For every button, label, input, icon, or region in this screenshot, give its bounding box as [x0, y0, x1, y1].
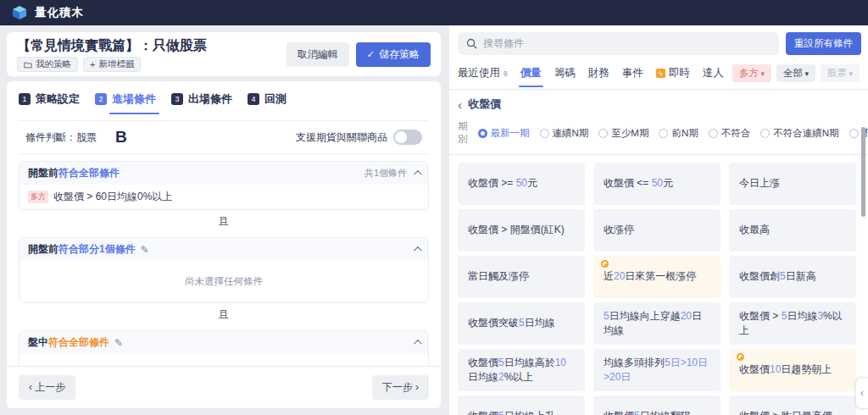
period-option[interactable]: 不符合連續N期 [760, 127, 838, 140]
condition-card-label: 收盤價 > 開盤價(紅K) [468, 223, 565, 237]
edit-pencil-icon[interactable]: ✎ [141, 244, 149, 256]
condition-chip[interactable]: 多方 收盤價 > 60日均線0%以上 [28, 190, 420, 204]
my-strategy-tag[interactable]: 我的策略 [17, 57, 78, 72]
category-tab[interactable]: 達人 [703, 66, 724, 87]
condition-card-grid: 收盤價 >= 50元 收盤價 <= 50元 今日上漲 收盤價 > 開盤價(紅K)… [449, 155, 868, 415]
step-tab[interactable]: 2 進場條件 [95, 91, 156, 107]
collapse-caret-icon[interactable] [414, 170, 422, 179]
category-tab[interactable]: 財務 [588, 66, 609, 87]
condition-card[interactable]: 收盤價5日均線上升 [458, 396, 585, 415]
scrollbar[interactable] [861, 127, 865, 217]
radio-icon [709, 129, 718, 138]
category-tab[interactable]: 事件 [622, 66, 643, 87]
bolt-icon [656, 69, 665, 78]
condition-card[interactable]: 近20日來第一根漲停 [593, 256, 721, 298]
match-mode-link[interactable]: 符合全部條件 [58, 166, 120, 180]
condition-card[interactable]: 收盤價創5日新高 [729, 256, 856, 298]
condition-card[interactable]: 收盤價5日均線高於10日均線2%以上 [458, 349, 585, 391]
back-chevron-icon[interactable]: ‹ [458, 97, 462, 112]
collapse-panel-handle[interactable] [855, 377, 868, 409]
stray-cursor-text: B [115, 128, 127, 147]
and-separator: 且 [19, 210, 429, 230]
period-option[interactable]: 前N期 [659, 127, 698, 140]
filter-dropdown[interactable]: 多方 [732, 64, 771, 82]
condition-card[interactable]: 收最高 [729, 209, 856, 252]
condition-card[interactable]: 收盤價 <= 50元 [593, 163, 721, 205]
step-tab[interactable]: 1 策略設定 [19, 91, 80, 107]
step-number-badge: 2 [95, 93, 107, 105]
radio-icon [598, 129, 608, 138]
period-option[interactable]: 不符合 [709, 127, 751, 140]
tab-label: 達人 [703, 66, 724, 80]
condition-card-label: 5日均線向上穿越20日均線 [604, 309, 710, 339]
condition-card[interactable]: 收盤價5日均線翻陽 [593, 396, 721, 415]
section-header: 開盤前 符合全部條件 共1個條件 [19, 162, 428, 185]
condition-card[interactable]: 當日觸及漲停 [458, 256, 585, 298]
prev-step-button[interactable]: 上一步 [19, 375, 75, 400]
tab-label: 財務 [588, 66, 609, 80]
category-tabs: 最近使用 8 價量 籌碼 財務 [458, 66, 724, 87]
folder-icon [24, 61, 32, 69]
condition-card-label: 收漲停 [604, 223, 634, 237]
step-label: 策略設定 [36, 91, 80, 107]
futures-toggle[interactable] [393, 130, 422, 145]
condition-card[interactable]: 收盤價 > 昨日最高價 [729, 396, 856, 415]
step-number-badge: 1 [19, 93, 31, 105]
period-option[interactable]: 最新一期 [478, 127, 530, 140]
app-title: 量化積木 [35, 5, 84, 20]
section-prefix: 開盤前 [28, 166, 58, 180]
category-title[interactable]: 收盤價 [468, 97, 501, 112]
long-side-badge: 多方 [28, 191, 48, 203]
tag-label: 新增標籤 [98, 58, 134, 70]
step-tab[interactable]: 4 回測 [248, 91, 287, 107]
condition-card[interactable]: 今日上漲 [729, 163, 856, 205]
collapse-caret-icon[interactable] [414, 246, 422, 255]
cancel-edit-button[interactable]: 取消編輯 [287, 42, 349, 67]
condition-card[interactable]: 5日均線向上穿越20日均線 [593, 302, 721, 345]
match-mode-link[interactable]: 符合全部條件 [48, 335, 109, 350]
step-number-badge: 3 [171, 93, 183, 105]
step-tab[interactable]: 3 出場條件 [171, 91, 232, 107]
condition-card[interactable]: 收盤價10日趨勢朝上 [729, 349, 856, 391]
edit-pencil-icon[interactable]: ✎ [114, 337, 123, 349]
empty-state-text: 尚未選擇任何條件 [19, 261, 428, 302]
condition-card-label: 收盤價5日均線翻陽 [604, 409, 691, 415]
condition-card[interactable]: 收盤價 > 開盤價(紅K) [458, 209, 585, 252]
search-placeholder: 搜尋條件 [483, 36, 524, 51]
filter-dropdown[interactable]: 股票 [821, 64, 860, 82]
strategy-title: 【常見情境實戰篇】：只做股票 [17, 38, 287, 53]
period-option[interactable]: 至少M期 [598, 127, 648, 140]
tab-label: 最近使用 [458, 66, 500, 80]
period-options: 最新一期 連續N期 至少M期 前N期 [478, 127, 868, 140]
condition-chip-label: 收盤價 > 60日均線0%以上 [53, 190, 172, 204]
period-option[interactable]: 連續N期 [540, 127, 589, 140]
wizard-footer: 上一步 下一步 [7, 366, 441, 408]
tab-count: 8 [504, 69, 508, 78]
condition-card-label: 收盤價 > 昨日最高價 [739, 409, 832, 415]
collapse-caret-icon[interactable] [414, 340, 422, 348]
tab-label: 事件 [622, 66, 643, 80]
add-tag-button[interactable]: + 新增標籤 [83, 57, 141, 72]
condition-card[interactable]: 收漲停 [593, 209, 721, 252]
condition-card-label: 均線多頭排列5日>10日>20日 [604, 356, 710, 385]
condition-card[interactable]: 收盤價突破5日均線 [458, 302, 585, 345]
condition-card-label: 收盤價 >= 50元 [468, 176, 537, 191]
period-option-label: 不符合連續N期 [773, 127, 838, 140]
toggle-knob [395, 131, 407, 143]
category-tab[interactable]: 即時 [656, 66, 690, 87]
match-mode-link[interactable]: 符合部分1個條件 [58, 242, 136, 257]
condition-count: 共1個條件 [364, 167, 407, 180]
category-tab[interactable]: 價量 [520, 66, 542, 87]
save-strategy-button[interactable]: ✓ 儲存策略 [356, 42, 431, 67]
category-tab[interactable]: 最近使用 8 [458, 66, 508, 87]
category-tab[interactable]: 籌碼 [554, 66, 576, 87]
search-input[interactable]: 搜尋條件 [458, 32, 779, 55]
step-label: 出場條件 [188, 91, 232, 107]
reset-all-conditions-button[interactable]: 重設所有條件 [786, 32, 861, 55]
filter-dropdown[interactable]: 全部 [776, 64, 815, 82]
next-step-button[interactable]: 下一步 [372, 375, 429, 400]
condition-card[interactable]: 收盤價 >= 50元 [458, 163, 585, 205]
condition-card[interactable]: 收盤價 > 5日均線3%以上 [729, 302, 856, 345]
condition-card[interactable]: 均線多頭排列5日>10日>20日 [593, 349, 721, 391]
condition-library-panel: 搜尋條件 重設所有條件 最近使用 8 價量 籌碼 [449, 25, 868, 415]
